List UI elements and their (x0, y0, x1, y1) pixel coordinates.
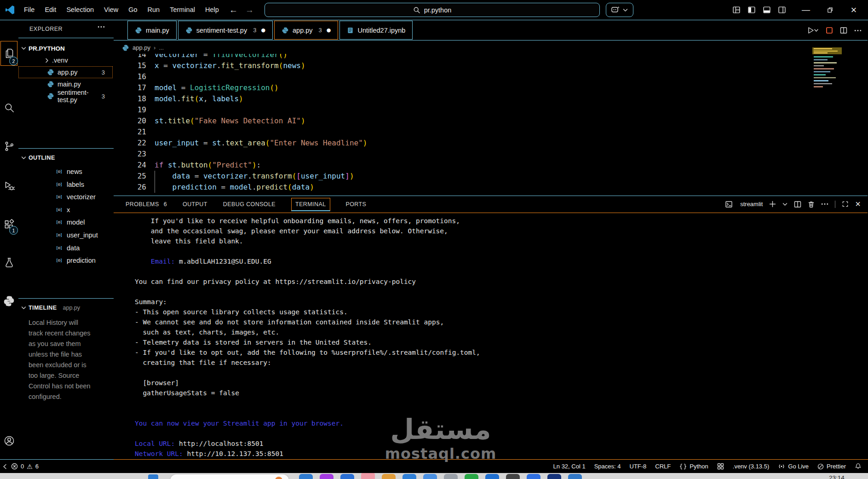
restore-button[interactable] (818, 0, 842, 20)
sidebar-item-sentiment-test-py[interactable]: sentiment-test.py3 (18, 90, 113, 102)
minimize-button[interactable]: — (794, 0, 818, 20)
outline-item-user_input[interactable]: user_input (55, 229, 113, 241)
terminal-name[interactable]: streamlit (740, 201, 763, 208)
outline-item-labels[interactable]: labels (55, 179, 113, 190)
customize-layout-button[interactable] (732, 6, 741, 14)
copilot-button[interactable] (606, 3, 633, 17)
menu-view[interactable]: View (99, 0, 123, 20)
outline-header[interactable]: OUTLINE (18, 151, 114, 164)
panel-controls: streamlit × (725, 196, 861, 213)
menu-file[interactable]: File (19, 0, 40, 20)
status-go-live[interactable]: Go Live (778, 463, 809, 470)
tab-sentiment-test-py[interactable]: sentiment-test.py3● (178, 21, 273, 40)
status-python-interpreter[interactable]: .venv (3.13.5) (733, 463, 770, 470)
stop-button[interactable] (826, 27, 833, 34)
taskbar-app-icon[interactable] (568, 474, 582, 479)
code-editor[interactable]: 14vectorizer = TfidfVectorizer()15x = ve… (114, 54, 868, 196)
panel-tab-ports[interactable]: PORTS (346, 196, 367, 213)
taskbar-app-icon[interactable] (485, 474, 499, 479)
status-prettier[interactable]: Prettier (817, 463, 846, 470)
toggle-sidebar-button[interactable] (747, 6, 756, 14)
menu-edit[interactable]: Edit (40, 0, 61, 20)
sidebar-item-root-folder[interactable]: PR.PYTHON (18, 42, 114, 54)
activity-run-debug[interactable] (0, 175, 18, 197)
close-button[interactable]: × (842, 0, 866, 20)
activity-account[interactable] (0, 430, 18, 452)
terminal-output[interactable]: If you'd like to receive helpful onboard… (114, 213, 868, 459)
taskbar-search-pill[interactable] (170, 474, 289, 479)
panel-tab-terminal[interactable]: TERMINAL (291, 198, 330, 211)
taskbar-app-icon[interactable] (506, 474, 520, 479)
taskbar-app-icon[interactable] (465, 474, 478, 479)
outline-item-x[interactable]: x (55, 204, 113, 216)
tab-main-py[interactable]: main.py (127, 21, 177, 40)
sidebar-item-app-py[interactable]: app.py3 (18, 66, 113, 78)
menu-terminal[interactable]: Terminal (165, 0, 200, 20)
taskbar-app-icon[interactable] (320, 474, 333, 479)
terminal-line (135, 408, 868, 418)
sidebar-item--venv[interactable]: .venv (18, 54, 113, 66)
activity-source-control[interactable] (0, 135, 18, 157)
panel-tab-problems[interactable]: PROBLEMS6 (126, 196, 167, 213)
activity-extensions[interactable]: 1 (0, 214, 18, 236)
status-grid[interactable] (717, 463, 724, 470)
outline-item-model[interactable]: model (55, 216, 113, 228)
activity-testing[interactable] (0, 252, 18, 274)
status-cursor-position[interactable]: Ln 32, Col 1 (553, 463, 586, 470)
command-search-input[interactable]: pr.python (264, 3, 600, 17)
menu-help[interactable]: Help (200, 0, 224, 20)
tab-app-py[interactable]: app.py3● (274, 21, 338, 40)
outline-item-data[interactable]: data (55, 242, 113, 254)
chevron-right-icon (45, 58, 49, 63)
run-button[interactable] (808, 27, 819, 34)
more-actions-button[interactable] (854, 29, 862, 32)
status-encoding[interactable]: UTF-8 (630, 463, 647, 470)
menu-go[interactable]: Go (123, 0, 142, 20)
panel-tab-output[interactable]: OUTPUT (183, 196, 207, 213)
taskbar-app-icon[interactable] (423, 474, 437, 479)
activity-explorer[interactable]: 2 (0, 40, 18, 66)
outline-item-prediction[interactable]: prediction (55, 254, 113, 266)
problems-status[interactable]: 0 ⚠ 6 (11, 463, 39, 470)
status-notifications[interactable] (855, 463, 862, 470)
tab-Untitled27-ipynb[interactable]: Untitled27.ipynb (339, 21, 413, 40)
taskbar-app-icon[interactable] (527, 474, 540, 479)
terminal-dropdown-button[interactable] (782, 202, 788, 206)
line-number: 16 (114, 71, 146, 82)
taskbar-app-icon[interactable] (361, 473, 375, 479)
activity-python[interactable] (0, 290, 18, 312)
activity-search[interactable] (0, 97, 18, 119)
explorer-more-button[interactable] (98, 26, 105, 28)
menu-selection[interactable]: Selection (61, 0, 99, 20)
panel-tab-debug-console[interactable]: DEBUG CONSOLE (223, 196, 276, 213)
chevron-left-icon[interactable] (3, 464, 7, 469)
outline-item-vectorizer[interactable]: vectorizer (55, 191, 113, 203)
split-editor-button[interactable] (840, 27, 847, 34)
menu-run[interactable]: Run (143, 0, 165, 20)
panel-more-button[interactable] (821, 203, 828, 205)
status-indentation[interactable]: Spaces: 4 (594, 463, 621, 470)
split-terminal-button[interactable] (794, 201, 801, 208)
timeline-header[interactable]: TIMELINE app.py (18, 301, 114, 314)
outline-item-news[interactable]: news (55, 166, 113, 178)
taskbar-app-icon[interactable] (402, 474, 416, 479)
close-panel-button[interactable]: × (855, 199, 861, 209)
taskbar-app-icon[interactable] (299, 474, 313, 479)
new-terminal-button[interactable] (769, 201, 776, 208)
taskbar-app-icon[interactable] (547, 474, 561, 479)
nav-forward-button[interactable]: → (245, 5, 254, 15)
maximize-panel-button[interactable] (842, 201, 849, 208)
kill-terminal-button[interactable] (808, 201, 815, 208)
status-language-mode[interactable]: Python (679, 463, 708, 470)
toggle-secondary-sidebar-button[interactable] (778, 6, 786, 14)
minimap[interactable] (812, 47, 842, 90)
taskbar-app-icon[interactable] (444, 474, 458, 479)
status-eol[interactable]: CRLF (655, 463, 671, 470)
toggle-panel-button[interactable] (763, 6, 771, 14)
breadcrumb[interactable]: app.py › ... (122, 41, 164, 54)
taskbar-app-icon[interactable] (382, 474, 396, 479)
os-taskbar[interactable]: 23:14 (0, 473, 868, 479)
taskbar-app-icon[interactable] (340, 474, 354, 479)
taskbar-app-icon[interactable] (148, 474, 158, 479)
nav-back-button[interactable]: ← (229, 5, 238, 15)
